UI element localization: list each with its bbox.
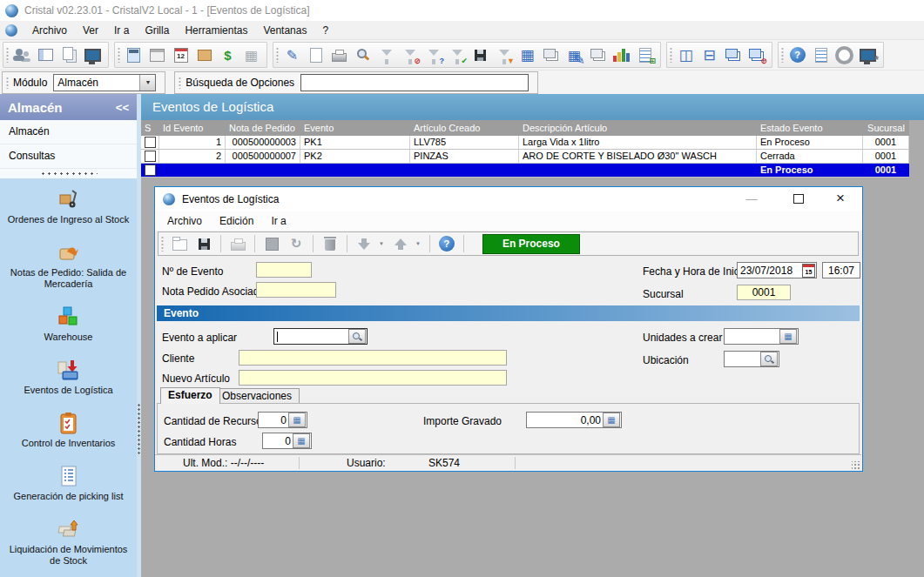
chevron-down-icon[interactable] — [139, 75, 155, 91]
nota-pedido-input[interactable] — [256, 282, 336, 298]
new-document-icon[interactable] — [305, 44, 327, 66]
table-edit-icon[interactable] — [563, 44, 585, 66]
row-checkbox[interactable] — [145, 164, 156, 176]
menu-herramientas[interactable]: Herramientas — [177, 24, 255, 37]
copy-pages-icon[interactable] — [58, 44, 80, 66]
minimize-button[interactable] — [737, 187, 766, 210]
print-icon[interactable] — [227, 233, 248, 254]
row-checkbox[interactable] — [145, 137, 156, 148]
sidebar-section-almacen[interactable]: Almacén — [0, 120, 137, 144]
estado-button[interactable]: En Proceso — [482, 234, 580, 254]
close-icon[interactable] — [826, 187, 855, 210]
package-cost-icon[interactable] — [193, 44, 215, 66]
dialog-menu-ir-a[interactable]: Ir a — [262, 215, 294, 227]
filter-apply-icon[interactable] — [446, 44, 468, 66]
sucursal-input[interactable] — [737, 285, 791, 300]
menu-ventanas[interactable]: Ventanas — [255, 24, 314, 37]
next-record-icon[interactable] — [354, 233, 374, 254]
resize-grip[interactable] — [852, 461, 860, 470]
maximize-button[interactable] — [784, 187, 813, 210]
ubicacion-lookup-button[interactable] — [760, 352, 778, 366]
sidebar-item-picking-list[interactable]: Generación de picking list — [3, 464, 134, 502]
cantidad-horas-input[interactable]: 0 — [262, 433, 312, 449]
money-icon[interactable] — [217, 44, 239, 66]
next-record-caret-icon[interactable] — [379, 241, 384, 246]
tree-add-icon[interactable] — [634, 44, 656, 66]
menu-ver[interactable]: Ver — [75, 24, 106, 37]
nuevo-articulo-input[interactable] — [239, 370, 507, 386]
sidebar-item-warehouse[interactable]: Warehouse — [3, 305, 134, 343]
tab-esfuerzo[interactable]: Esfuerzo — [160, 387, 220, 404]
col-s[interactable]: S — [141, 120, 159, 136]
col-evento[interactable]: Evento — [300, 120, 410, 136]
workstation-icon[interactable] — [82, 44, 104, 66]
unidades-calc-button[interactable] — [779, 329, 797, 344]
cantidad-recursos-input[interactable]: 0 — [258, 412, 307, 428]
calendar-icon[interactable]: 12 — [170, 44, 192, 66]
cliente-input[interactable] — [239, 350, 507, 366]
importe-calc-button[interactable] — [603, 413, 620, 427]
prev-record-caret-icon[interactable] — [415, 241, 421, 246]
refresh-icon[interactable] — [286, 233, 307, 254]
new-record-icon[interactable] — [169, 233, 190, 254]
col-nota-pedido[interactable]: Nota de Pedido — [226, 120, 300, 136]
table-row[interactable]: 2 000500000007 PK2 PINZAS ARO DE CORTE Y… — [141, 150, 909, 164]
horas-calc-button[interactable] — [293, 433, 310, 448]
filter-load-icon[interactable] — [493, 44, 515, 66]
help-icon[interactable]: ? — [786, 44, 808, 66]
navigation-pane-icon[interactable] — [35, 44, 57, 66]
col-estado-evento[interactable]: Estado Evento — [757, 120, 863, 136]
tile-horizontal-icon[interactable] — [698, 44, 720, 66]
users-icon[interactable] — [11, 44, 33, 66]
table-icon[interactable] — [516, 44, 538, 66]
print-icon[interactable] — [328, 44, 350, 66]
calculator-icon[interactable] — [123, 44, 145, 66]
sidebar-item-ordenes-ingreso[interactable]: Ordenes de Ingreso al Stock — [3, 187, 134, 225]
support-icon[interactable] — [833, 44, 855, 66]
evento-lookup-button[interactable] — [348, 329, 366, 344]
cascade-icon[interactable] — [722, 44, 744, 66]
chart-icon[interactable] — [610, 44, 632, 66]
tile-vertical-icon[interactable] — [675, 44, 697, 66]
fecha-input[interactable]: 23/07/2018 15 — [737, 262, 817, 278]
search-icon[interactable] — [352, 44, 374, 66]
save-icon[interactable] — [193, 233, 214, 254]
sidebar-section-consultas[interactable]: Consultas — [0, 144, 137, 169]
grid-icon[interactable] — [240, 44, 262, 66]
col-id-evento[interactable]: Id Evento — [159, 120, 226, 136]
unidades-input[interactable] — [724, 328, 799, 345]
menu-ir-a[interactable]: Ir a — [106, 24, 137, 37]
recursos-calc-button[interactable] — [288, 413, 306, 427]
collapse-button[interactable]: << — [116, 101, 129, 114]
importe-gravado-input[interactable]: 0,00 — [526, 412, 622, 428]
windows-icon[interactable] — [587, 44, 609, 66]
filter-icon[interactable] — [375, 44, 397, 66]
menu-grilla[interactable]: Grilla — [137, 24, 177, 37]
menu-archivo[interactable]: Archivo — [24, 24, 75, 37]
row-checkbox[interactable] — [145, 151, 156, 162]
dialog-menu-edicion[interactable]: Edición — [211, 215, 262, 227]
stop-icon[interactable] — [261, 233, 282, 254]
tab-observaciones[interactable]: Observaciones — [214, 388, 300, 404]
numero-evento-input[interactable] — [256, 262, 312, 278]
schedule-icon[interactable] — [146, 44, 168, 66]
filter-save-icon[interactable] — [469, 44, 491, 66]
delete-icon[interactable] — [320, 233, 341, 254]
module-select[interactable]: Almacén — [53, 74, 156, 91]
col-sucursal[interactable]: Sucursal — [863, 120, 909, 136]
evento-aplicar-input[interactable] — [273, 328, 368, 345]
sidebar-item-notas-pedido[interactable]: Notas de Pedido: Salida de Mercadería — [3, 240, 134, 290]
sidebar-header[interactable]: Almacén << — [0, 94, 137, 120]
filter-remove-icon[interactable] — [399, 44, 421, 66]
dialog-menu-archivo[interactable]: Archivo — [158, 215, 211, 227]
col-descripcion[interactable]: Descripción Artículo — [519, 120, 757, 136]
filter-help-icon[interactable] — [422, 44, 444, 66]
ubicacion-input[interactable] — [724, 351, 779, 367]
hora-input[interactable]: 16:07 — [822, 262, 860, 278]
log-icon[interactable] — [810, 44, 832, 66]
preview-icon[interactable] — [540, 44, 562, 66]
prev-record-icon[interactable] — [390, 233, 411, 254]
system-settings-icon[interactable] — [857, 44, 879, 66]
col-articulo-creado[interactable]: Artículo Creado — [410, 120, 519, 136]
dialog-help-icon[interactable]: ? — [436, 233, 457, 254]
